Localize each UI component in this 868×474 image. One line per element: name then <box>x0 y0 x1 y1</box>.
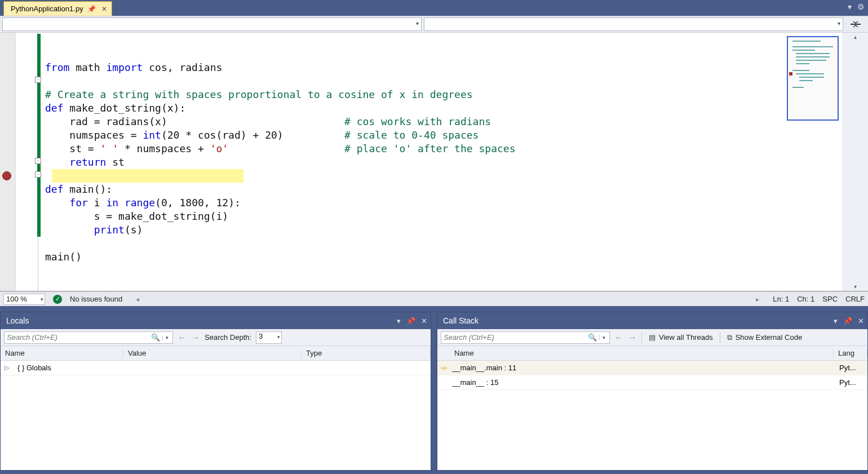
lineending-indicator: CRLF <box>845 295 865 303</box>
chevron-down-icon: ▾ <box>41 296 43 302</box>
issues-label: No issues found <box>70 295 122 303</box>
callstack-grid-body[interactable]: ⇨__main__.main : 11Pyt...__main__ : 15Py… <box>437 361 867 470</box>
show-external-label: Show External Code <box>736 333 803 342</box>
file-tab[interactable]: PythonApplication1.py 📌 ✕ <box>3 1 112 16</box>
callstack-col-lang[interactable]: Lang <box>834 349 867 357</box>
scroll-left-icon[interactable]: ◂ <box>130 295 145 303</box>
spaces-indicator: SPC <box>822 295 838 303</box>
tab-strip-controls: ▾ ⚙ <box>848 2 865 11</box>
external-code-icon: ⧉ <box>727 333 732 342</box>
search-icon[interactable]: 🔍 <box>151 333 160 342</box>
highlighted-line <box>52 169 243 183</box>
callstack-search-input[interactable]: Search (Ctrl+E) 🔍 ▾ <box>441 331 610 344</box>
frame-lang: Pyt... <box>837 378 867 387</box>
toolbar-divider <box>641 332 642 343</box>
locals-grid-header[interactable]: Name Value Type <box>1 346 431 361</box>
split-editor-icon[interactable] <box>845 17 866 31</box>
search-back-icon[interactable]: ← <box>178 333 187 343</box>
issues-ok-icon: ✓ <box>53 295 62 304</box>
file-tab-label: PythonApplication1.py <box>11 5 83 13</box>
expand-icon[interactable]: ▷ <box>1 364 13 371</box>
gear-icon[interactable]: ⚙ <box>857 2 865 11</box>
locals-col-name[interactable]: Name <box>1 349 123 357</box>
minimap-breakpoint-icon <box>789 72 792 76</box>
search-options-dropdown[interactable]: ▾ <box>599 335 608 340</box>
scroll-up-icon[interactable]: ▴ <box>853 33 858 41</box>
view-all-threads-button[interactable]: ▤ View all Threads <box>646 333 715 342</box>
locals-row-name: { } Globals <box>13 364 136 372</box>
search-placeholder: Search (Ctrl+E) <box>7 333 57 342</box>
panel-pin-icon[interactable]: 📌 <box>406 317 415 325</box>
search-depth-dropdown[interactable]: 3 ▾ <box>256 331 282 344</box>
search-back-icon[interactable]: ← <box>614 333 623 343</box>
close-icon[interactable]: ✕ <box>100 5 108 13</box>
editor-status-bar: 100 % ▾ ✓ No issues found ◂ ▸ Ln: 1 Ch: … <box>0 291 868 306</box>
callstack-header[interactable]: Call Stack ▾ 📌 ✕ <box>437 312 867 329</box>
view-threads-label: View all Threads <box>659 333 713 342</box>
chevron-down-icon: ▾ <box>838 20 840 26</box>
search-icon[interactable]: 🔍 <box>588 333 597 342</box>
show-external-code-button[interactable]: ⧉ Show External Code <box>725 333 805 342</box>
search-placeholder: Search (Ctrl+E) <box>444 333 494 342</box>
panel-dropdown-icon[interactable]: ▾ <box>397 317 401 325</box>
chevron-down-icon: ▾ <box>277 334 280 340</box>
editor-scrollbar[interactable]: ▴ ▾ <box>842 33 868 291</box>
window-dropdown-icon[interactable]: ▾ <box>848 2 852 11</box>
navigation-bar: ▾ ▾ <box>0 16 868 33</box>
code-editor[interactable]: ➪ - - - from math import cos, radians # … <box>0 33 868 291</box>
locals-col-type[interactable]: Type <box>302 349 431 357</box>
callstack-title: Call Stack <box>443 316 479 325</box>
locals-grid-body[interactable]: ▷{ } Globals <box>1 361 431 470</box>
toolbar-divider <box>720 332 720 343</box>
scroll-down-icon[interactable]: ▾ <box>853 282 858 291</box>
search-options-dropdown[interactable]: ▾ <box>162 335 171 340</box>
tab-strip: PythonApplication1.py 📌 ✕ ▾ ⚙ <box>0 0 868 16</box>
scroll-right-icon[interactable]: ▸ <box>750 295 765 303</box>
locals-row[interactable]: ▷{ } Globals <box>1 361 431 375</box>
locals-search-input[interactable]: Search (Ctrl+E) 🔍 ▾ <box>4 331 173 344</box>
code-content[interactable]: from math import cos, radians # Create a… <box>38 33 783 291</box>
current-frame-arrow-icon: ⇨ <box>437 364 450 372</box>
callstack-row[interactable]: ⇨__main__.main : 11Pyt... <box>437 361 867 375</box>
threads-icon: ▤ <box>649 333 656 342</box>
member-dropdown[interactable]: ▾ <box>424 17 843 31</box>
zoom-dropdown[interactable]: 100 % ▾ <box>3 294 45 305</box>
callstack-col-name[interactable]: Name <box>450 349 834 357</box>
bottom-panels: Locals ▾ 📌 ✕ Search (Ctrl+E) 🔍 ▾ ← → Sea… <box>0 312 868 474</box>
locals-title: Locals <box>6 316 29 325</box>
panel-close-icon[interactable]: ✕ <box>421 317 427 325</box>
scope-dropdown[interactable]: ▾ <box>2 17 422 31</box>
breakpoint-gutter[interactable]: ➪ <box>0 33 16 291</box>
outline-gutter[interactable]: - - - <box>16 33 38 291</box>
breakpoint-marker[interactable] <box>2 171 11 180</box>
locals-panel: Locals ▾ 📌 ✕ Search (Ctrl+E) 🔍 ▾ ← → Sea… <box>0 312 431 471</box>
minimap[interactable] <box>787 36 839 121</box>
callstack-row[interactable]: __main__ : 15Pyt... <box>437 375 867 390</box>
zoom-value: 100 % <box>6 295 27 303</box>
frame-name: __main__.main : 11 <box>450 364 837 372</box>
horizontal-splitter[interactable] <box>0 306 868 312</box>
search-forward-icon[interactable]: → <box>191 333 200 343</box>
search-depth-label: Search Depth: <box>205 333 251 342</box>
callstack-grid-header[interactable]: Name Lang <box>437 346 867 361</box>
panel-pin-icon[interactable]: 📌 <box>843 317 852 325</box>
panel-dropdown-icon[interactable]: ▾ <box>834 317 838 325</box>
locals-col-value[interactable]: Value <box>123 349 302 357</box>
frame-lang: Pyt... <box>837 364 867 372</box>
callstack-toolbar: Search (Ctrl+E) 🔍 ▾ ← → ▤ View all Threa… <box>437 329 867 346</box>
line-indicator: Ln: 1 <box>773 295 789 303</box>
panel-close-icon[interactable]: ✕ <box>858 317 864 325</box>
chevron-down-icon: ▾ <box>416 20 419 26</box>
col-indicator: Ch: 1 <box>797 295 814 303</box>
pin-icon[interactable]: 📌 <box>88 5 96 13</box>
locals-header[interactable]: Locals ▾ 📌 ✕ <box>1 312 431 329</box>
locals-toolbar: Search (Ctrl+E) 🔍 ▾ ← → Search Depth: 3 … <box>1 329 431 346</box>
callstack-panel: Call Stack ▾ 📌 ✕ Search (Ctrl+E) 🔍 ▾ ← →… <box>437 312 868 471</box>
search-depth-value: 3 <box>259 332 263 340</box>
frame-name: __main__ : 15 <box>450 378 837 387</box>
search-forward-icon[interactable]: → <box>628 333 637 343</box>
